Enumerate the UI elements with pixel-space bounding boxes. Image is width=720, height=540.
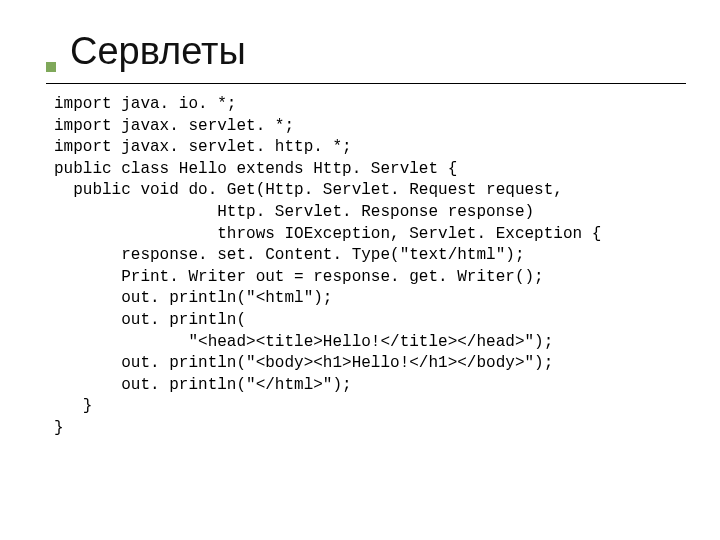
code-block: import java. io. *; import javax. servle…: [54, 94, 670, 440]
slide-title: Сервлеты: [70, 30, 670, 73]
title-block: Сервлеты: [70, 30, 670, 73]
accent-square-icon: [46, 62, 56, 72]
divider: [46, 83, 686, 84]
slide: Сервлеты import java. io. *; import java…: [0, 0, 720, 540]
